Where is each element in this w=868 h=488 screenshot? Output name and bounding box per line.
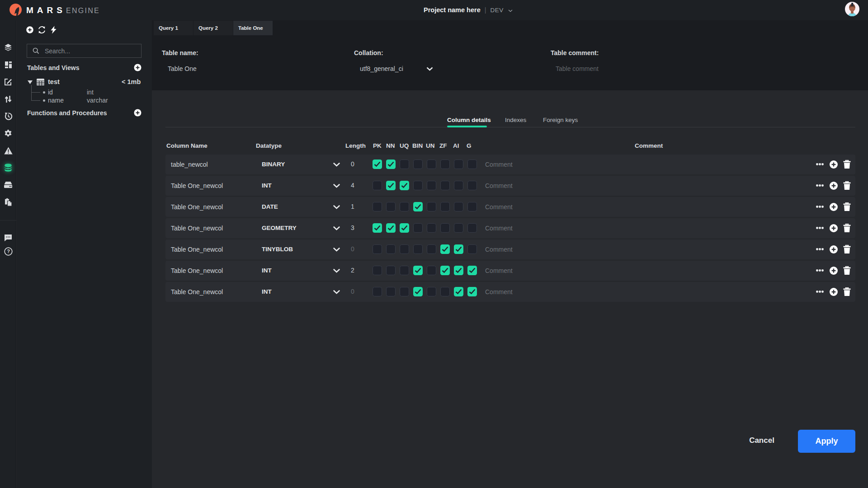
svg-text:?: ?: [7, 249, 10, 254]
